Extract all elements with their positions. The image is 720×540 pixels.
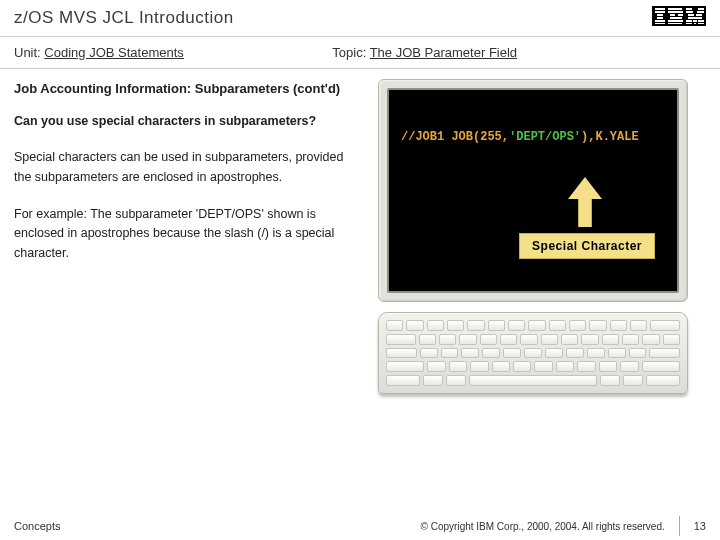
svg-rect-2	[655, 11, 665, 13]
terminal-screen: //JOB1 JOB(255,'DEPT/OPS'),K.YALE Specia…	[387, 88, 679, 293]
footer-left: Concepts	[14, 520, 60, 532]
svg-rect-15	[698, 8, 704, 10]
svg-rect-14	[686, 8, 692, 10]
paragraph-1: Special characters can be used in subpar…	[14, 148, 348, 187]
left-column: Job Accounting Information: Subparameter…	[14, 79, 360, 394]
footer: Concepts © Copyright IBM Corp., 2000, 20…	[0, 512, 720, 540]
svg-rect-9	[670, 14, 675, 16]
right-column: //JOB1 JOB(255,'DEPT/OPS'),K.YALE Specia…	[360, 79, 706, 394]
sub-header: Unit: Coding JOB Statements Topic: The J…	[0, 37, 720, 69]
callout-label: Special Character	[519, 233, 655, 259]
svg-rect-8	[668, 11, 683, 13]
svg-rect-10	[678, 14, 683, 16]
svg-rect-6	[655, 23, 665, 24]
question-heading: Can you use special characters in subpar…	[14, 112, 348, 130]
svg-rect-5	[655, 20, 665, 22]
svg-rect-4	[657, 17, 663, 19]
svg-rect-7	[668, 8, 682, 10]
code-part-2: ),K.YALE	[581, 130, 639, 144]
svg-rect-24	[686, 23, 692, 24]
code-line: //JOB1 JOB(255,'DEPT/OPS'),K.YALE	[401, 130, 665, 144]
page-title: z/OS MVS JCL Introduction	[14, 8, 234, 28]
footer-right: © Copyright IBM Corp., 2000, 2004. All r…	[421, 516, 706, 536]
svg-rect-18	[688, 14, 694, 16]
copyright-text: © Copyright IBM Corp., 2000, 2004. All r…	[421, 521, 665, 532]
unit-value: Coding JOB Statements	[44, 45, 183, 60]
svg-rect-17	[697, 11, 704, 13]
svg-rect-20	[688, 17, 702, 19]
svg-rect-3	[657, 14, 663, 16]
topic-value: The JOB Parameter Field	[370, 45, 517, 60]
svg-rect-22	[693, 20, 697, 22]
unit-label: Unit:	[14, 45, 41, 60]
unit-block: Unit: Coding JOB Statements	[14, 45, 332, 60]
keyboard-icon	[378, 312, 688, 394]
section-title: Job Accounting Information: Subparameter…	[14, 81, 348, 96]
svg-rect-21	[686, 20, 692, 22]
main-content: Job Accounting Information: Subparameter…	[0, 69, 720, 394]
svg-rect-26	[698, 23, 704, 24]
ibm-logo-icon	[652, 6, 706, 30]
code-part-1: //JOB1 JOB(255,	[401, 130, 509, 144]
page-number: 13	[694, 520, 706, 532]
code-highlight: 'DEPT/OPS'	[509, 130, 581, 144]
svg-rect-1	[655, 8, 665, 10]
paragraph-2: For example: The subparameter 'DEPT/OPS'…	[14, 205, 348, 263]
svg-rect-16	[686, 11, 693, 13]
svg-rect-11	[670, 17, 682, 19]
svg-rect-13	[668, 23, 682, 24]
svg-rect-12	[668, 20, 683, 22]
svg-rect-25	[694, 23, 696, 24]
svg-rect-19	[696, 14, 702, 16]
title-bar: z/OS MVS JCL Introduction	[0, 0, 720, 37]
svg-rect-23	[698, 20, 704, 22]
topic-block: Topic: The JOB Parameter Field	[332, 45, 706, 60]
topic-label: Topic:	[332, 45, 366, 60]
footer-separator	[679, 516, 680, 536]
monitor-frame: //JOB1 JOB(255,'DEPT/OPS'),K.YALE Specia…	[378, 79, 688, 302]
